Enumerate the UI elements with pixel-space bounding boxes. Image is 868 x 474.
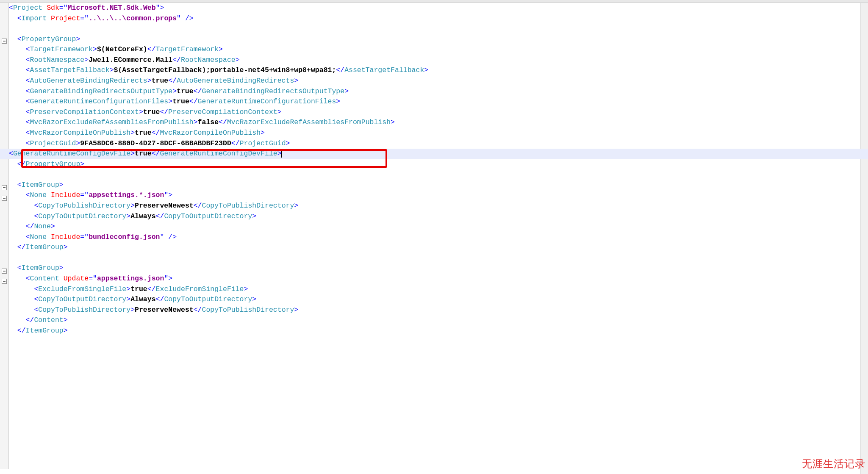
code-line[interactable]: <MvcRazorCompileOnPublish>true</MvcRazor… [9, 128, 868, 139]
code-line[interactable]: <None Include="appsettings.*.json"> [9, 190, 868, 201]
code-line[interactable]: <CopyToOutputDirectory>Always</CopyToOut… [9, 211, 868, 222]
code-line[interactable]: <Project Sdk="Microsoft.NET.Sdk.Web"> [9, 3, 868, 14]
code-line[interactable] [9, 169, 868, 180]
tab-bar[interactable] [0, 0, 868, 3]
code-editor[interactable]: <Project Sdk="Microsoft.NET.Sdk.Web"><Im… [9, 3, 868, 336]
fold-toggle-icon[interactable] [2, 39, 7, 44]
code-line[interactable]: <GenerateRuntimeConfigurationFiles>true<… [9, 97, 868, 107]
code-line[interactable]: </PropertyGroup> [9, 159, 868, 170]
code-line[interactable]: <CopyToOutputDirectory>Always</CopyToOut… [9, 294, 868, 305]
code-line[interactable]: <CopyToPublishDirectory>PreserveNewest</… [9, 305, 868, 316]
code-line[interactable]: <GenerateRuntimeConfigDevFile>true</Gene… [0, 149, 868, 159]
code-line[interactable]: <None Include="bundleconfig.json" /> [9, 232, 868, 243]
code-line[interactable]: <ItemGroup> [9, 263, 868, 274]
code-line[interactable]: <ExcludeFromSingleFile>true</ExcludeFrom… [9, 284, 868, 295]
code-line[interactable]: <ItemGroup> [9, 180, 868, 191]
code-line[interactable]: </None> [9, 222, 868, 232]
fold-toggle-icon[interactable] [2, 196, 7, 201]
code-line[interactable]: </ItemGroup> [9, 242, 868, 253]
code-line[interactable] [9, 253, 868, 263]
code-line[interactable]: <AutoGenerateBindingRedirects>true</Auto… [9, 76, 868, 86]
code-line[interactable]: </Content> [9, 315, 868, 326]
code-line[interactable]: <PreserveCompilationContext>true</Preser… [9, 107, 868, 118]
code-line[interactable]: </ItemGroup> [9, 326, 868, 336]
fold-toggle-icon[interactable] [2, 269, 7, 274]
fold-toggle-icon[interactable] [2, 185, 7, 190]
fold-gutter[interactable] [0, 3, 9, 469]
code-line[interactable] [9, 24, 868, 34]
code-line[interactable]: <Content Update="appsettings.json"> [9, 274, 868, 284]
code-line[interactable]: <Import Project="..\..\..\common.props" … [9, 14, 868, 24]
code-line[interactable]: <RootNamespace>Jwell.ECommerce.Mall</Roo… [9, 55, 868, 66]
code-line[interactable]: <CopyToPublishDirectory>PreserveNewest</… [9, 201, 868, 211]
code-line[interactable]: <PropertyGroup> [9, 34, 868, 45]
code-line[interactable]: <ProjectGuid>9FA58DC6-880D-4D27-8DCF-6BB… [9, 139, 868, 149]
code-line[interactable]: <MvcRazorExcludeRefAssembliesFromPublish… [9, 117, 868, 128]
code-line[interactable]: <GenerateBindingRedirectsOutputType>true… [9, 86, 868, 97]
watermark-text: 无涯生活记录 [802, 456, 865, 471]
code-line[interactable]: <AssetTargetFallback>$(AssetTargetFallba… [9, 65, 868, 76]
fold-toggle-icon[interactable] [2, 279, 7, 284]
code-line[interactable]: <TargetFramework>$(NetCoreFx)</TargetFra… [9, 44, 868, 55]
